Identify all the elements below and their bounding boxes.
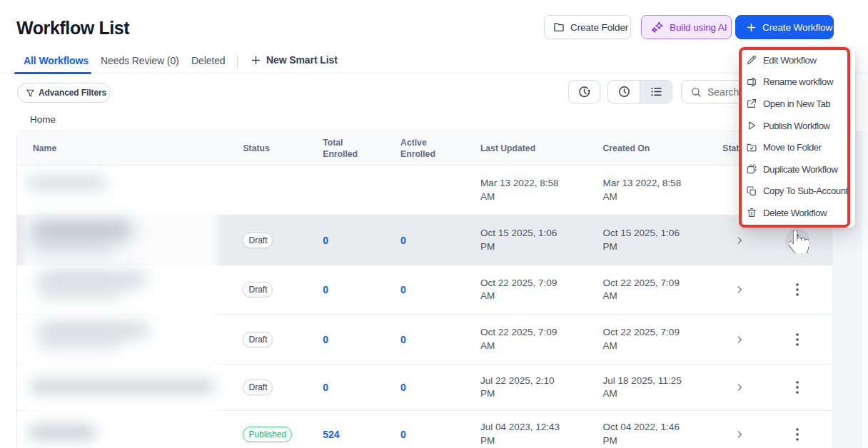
- table-row[interactable]: Draft 0 0 Jul 22 2025, 2:10 PM Jul 18 20…: [17, 365, 832, 411]
- active-enrolled-link[interactable]: 0: [400, 334, 406, 345]
- table-row[interactable]: Draft 0 0 Oct 22 2025, 7:09 AM Oct 22 20…: [17, 315, 832, 365]
- header-actions: Create Folder Build using AI Create Work…: [0, 15, 868, 39]
- menu-item-duplicate-workflow[interactable]: Duplicate Workflow: [746, 158, 855, 180]
- active-enrolled-cell: 0: [400, 381, 480, 394]
- workflow-list-page: Workflow List Create Folder Build using …: [0, 0, 868, 448]
- last-updated-cell: Oct 15 2025, 1:06 PM: [480, 227, 603, 253]
- row-actions-kebab[interactable]: [785, 278, 809, 302]
- menu-item-delete-workflow[interactable]: Delete Workflow: [746, 202, 855, 224]
- created-on-cell: Oct 22 2025, 7:09 AM: [603, 277, 723, 303]
- row-actions-kebab[interactable]: [785, 422, 809, 447]
- expand-stats-chevron[interactable]: [731, 335, 748, 345]
- last-updated-cell: Jul 04 2023, 12:43 PM: [480, 421, 603, 447]
- total-enrolled-link[interactable]: 0: [323, 382, 328, 393]
- column-header-active-enrolled: Active Enrolled: [400, 137, 480, 160]
- build-using-ai-button[interactable]: Build using AI: [641, 15, 732, 39]
- tab-divider: [237, 55, 238, 68]
- stats-cell: [722, 335, 762, 345]
- status-cell: Published: [243, 427, 323, 442]
- menu-item-move-to-folder[interactable]: Move to Folder: [746, 136, 855, 158]
- actions-cell: [762, 327, 832, 352]
- trash-icon: [746, 207, 757, 218]
- active-enrolled-cell: 0: [400, 283, 480, 296]
- new-smart-list-button[interactable]: New Smart List: [251, 54, 338, 66]
- total-enrolled-link[interactable]: 0: [323, 284, 328, 295]
- total-enrolled-cell: 0: [323, 381, 400, 394]
- column-header-status: Status: [243, 143, 323, 153]
- menu-item-label: Publish Workflow: [763, 121, 830, 131]
- menu-item-publish-workflow[interactable]: Publish Workflow: [746, 115, 855, 137]
- total-enrolled-link[interactable]: 0: [323, 334, 328, 345]
- created-on-cell: Oct 22 2025, 7:09 AM: [603, 326, 723, 352]
- active-enrolled-link[interactable]: 0: [400, 382, 406, 393]
- actions-cell: [762, 228, 832, 253]
- stats-cell: [722, 235, 762, 245]
- tab-deleted[interactable]: Deleted: [191, 55, 226, 66]
- menu-item-label: Open in New Tab: [763, 98, 830, 109]
- active-enrolled-link[interactable]: 0: [400, 429, 406, 440]
- status-badge: Draft: [243, 233, 273, 248]
- create-folder-label: Create Folder: [570, 22, 628, 33]
- sparkles-icon: [651, 21, 664, 34]
- total-enrolled-cell: 0: [323, 283, 400, 296]
- create-workflow-button[interactable]: Create Workflow: [735, 15, 834, 39]
- new-smart-list-label: New Smart List: [266, 54, 338, 66]
- row-actions-kebab[interactable]: [785, 228, 809, 253]
- menu-item-rename-workflow[interactable]: Rename workflow: [746, 71, 855, 93]
- actions-cell: [762, 278, 832, 302]
- tab-all-workflows[interactable]: All Workflows: [24, 55, 89, 66]
- table-row[interactable]: Mar 13 2022, 8:58 AM Mar 13 2022, 8:58 A…: [17, 166, 832, 215]
- status-cell: Draft: [243, 233, 323, 248]
- last-updated-cell: Oct 22 2025, 7:09 AM: [480, 326, 603, 352]
- menu-item-label: Duplicate Workflow: [763, 164, 838, 175]
- external-link-icon: [746, 98, 757, 109]
- last-updated-value: Oct 15 2025, 1:06 PM: [480, 227, 570, 253]
- history-button[interactable]: [568, 80, 600, 103]
- active-enrolled-cell: 0: [400, 234, 480, 247]
- breadcrumb-home[interactable]: Home: [30, 114, 56, 125]
- active-enrolled-link[interactable]: 0: [400, 235, 406, 246]
- advanced-filters-button[interactable]: Advanced Filters: [17, 83, 111, 103]
- column-header-total-enrolled: Total Enrolled: [323, 137, 400, 160]
- folder-icon: [553, 21, 565, 33]
- row-actions-kebab[interactable]: [785, 375, 809, 399]
- list-view-segment[interactable]: [640, 81, 672, 103]
- workflow-table: Name Status Total Enrolled Active Enroll…: [16, 131, 833, 448]
- menu-item-open-in-new-tab[interactable]: Open in New Tab: [746, 93, 855, 115]
- column-header-last-updated: Last Updated: [480, 143, 603, 153]
- expand-stats-chevron[interactable]: [731, 285, 748, 295]
- build-using-ai-label: Build using AI: [670, 22, 727, 33]
- table-row[interactable]: Draft 0 0 Oct 22 2025, 7:09 AM Oct 22 20…: [17, 265, 832, 315]
- created-on-value: Oct 22 2025, 7:09 AM: [603, 326, 693, 352]
- total-enrolled-link[interactable]: 0: [323, 235, 328, 246]
- active-enrolled-link[interactable]: 0: [400, 284, 406, 295]
- table-row[interactable]: Draft 0 0 Oct 15 2025, 1:06 PM Oct 15 20…: [17, 215, 832, 265]
- scrollbar-track[interactable]: [862, 131, 868, 448]
- create-folder-button[interactable]: Create Folder: [544, 15, 631, 39]
- search-icon: [690, 86, 702, 98]
- menu-item-copy-to-sub-account[interactable]: Copy To Sub-Account: [746, 180, 855, 203]
- folder-check-icon: [746, 142, 757, 153]
- expand-stats-chevron[interactable]: [731, 382, 748, 392]
- stats-cell: [722, 382, 762, 392]
- tab-bar: All Workflows Needs Review (0) Deleted N…: [0, 50, 868, 73]
- total-enrolled-link[interactable]: 524: [323, 429, 339, 440]
- actions-cell: [762, 422, 832, 447]
- recent-view-segment[interactable]: [608, 81, 640, 103]
- last-updated-cell: Jul 22 2025, 2:10 PM: [480, 375, 603, 401]
- created-on-value: Oct 04 2022, 1:46 PM: [603, 421, 693, 447]
- status-cell: Draft: [243, 380, 323, 395]
- tab-needs-review[interactable]: Needs Review (0): [101, 55, 179, 66]
- column-header-label: Total Enrolled: [323, 137, 367, 160]
- copy-icon: [746, 185, 757, 197]
- pencil-icon: [746, 54, 757, 66]
- expand-stats-chevron[interactable]: [731, 429, 748, 439]
- last-updated-cell: Oct 22 2025, 7:09 AM: [480, 277, 603, 303]
- menu-item-label: Edit Workflow: [763, 55, 817, 66]
- created-on-cell: Oct 15 2025, 1:06 PM: [603, 227, 723, 253]
- table-row[interactable]: Published 524 0 Jul 04 2023, 12:43 PM Oc…: [17, 411, 832, 448]
- total-enrolled-cell: 0: [323, 234, 400, 247]
- row-actions-kebab[interactable]: [785, 327, 809, 352]
- expand-stats-chevron[interactable]: [731, 235, 748, 245]
- menu-item-edit-workflow[interactable]: Edit Workflow: [746, 49, 855, 71]
